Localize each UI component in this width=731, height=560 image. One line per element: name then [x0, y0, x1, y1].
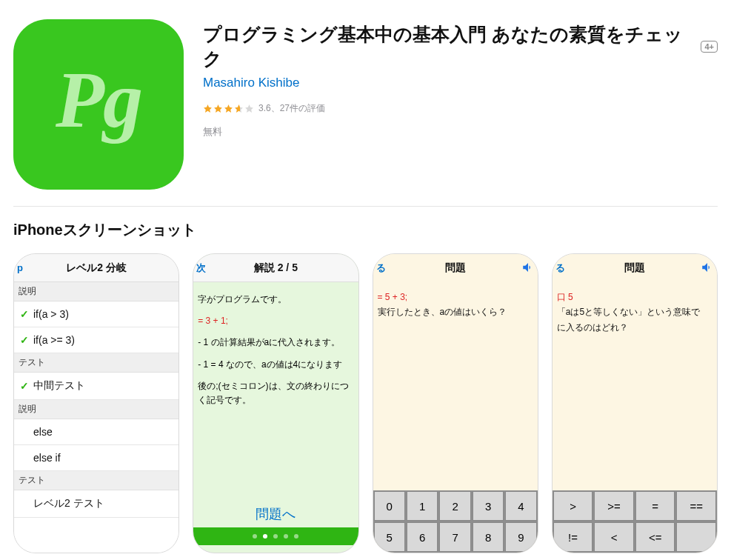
code-line: = 3 + 1; [198, 314, 353, 328]
list-item-label: 中間テスト [33, 379, 85, 393]
navbar: る 問題 [553, 254, 717, 282]
keypad-key[interactable]: 7 [439, 522, 470, 552]
navbar: 次 解説 2 / 5 [193, 254, 358, 282]
list-item-label: レベル2 テスト [33, 497, 104, 510]
list-item[interactable]: レベル2 テスト [14, 490, 178, 518]
list-item[interactable]: else [14, 419, 178, 445]
nav-back[interactable]: る [376, 261, 386, 275]
nav-title: レベル2 分岐 [66, 261, 127, 275]
list-item-label: else [33, 426, 53, 438]
keypad-key[interactable]: 0 [374, 491, 405, 521]
nav-back[interactable]: p [17, 262, 23, 273]
list-item-label: if(a >= 3) [33, 334, 75, 346]
page-dot [263, 534, 267, 539]
star-icon [213, 104, 223, 113]
keypad-key[interactable]: 6 [407, 522, 438, 552]
page-dot [284, 534, 288, 539]
question-text: 「aは5と等しくない」という意味で [557, 304, 712, 319]
page-dot [253, 534, 257, 539]
star-icon [224, 104, 233, 113]
keypad-key[interactable]: < [594, 522, 634, 552]
question-text: に入るのはどれ？ [557, 320, 712, 335]
nav-back[interactable]: る [555, 261, 565, 275]
keypad-key[interactable]: = [635, 491, 675, 521]
keypad-key[interactable]: >= [594, 491, 634, 521]
code-line: = 5 + 3; [378, 290, 533, 304]
screenshot-2[interactable]: 次 解説 2 / 5 字がプログラムです。 = 3 + 1; - 1 の計算結果… [193, 253, 358, 553]
page-dot [273, 534, 278, 539]
nav-title: 問題 [445, 261, 466, 275]
divider [13, 206, 718, 207]
screenshot-4[interactable]: る 問題 口 5 「aは5と等しくない」という意味で に入るのはどれ？ >>==… [552, 253, 718, 553]
keypad-key[interactable]: 9 [505, 522, 536, 552]
rating-text: 3.6、27件の評価 [258, 102, 325, 115]
page-indicator [193, 527, 358, 545]
text-line: - 1 の計算結果がaに代入されます。 [198, 336, 353, 350]
speaker-icon[interactable] [521, 261, 535, 276]
app-meta: プログラミング基本中の基本入門 あなたの素質をチェック 4+ Masahiro … [203, 19, 718, 190]
list-item[interactable]: ✓中間テスト [14, 373, 178, 400]
keypad-key[interactable]: > [553, 491, 593, 521]
screenshot-gallery[interactable]: p レベル2 分岐 説明✓if(a > 3)✓if(a >= 3)テスト✓中間テ… [13, 253, 718, 553]
text-line: - 1 = 4 なので、aの値は4になります [198, 358, 353, 372]
keypad-key[interactable]: != [553, 522, 593, 552]
navbar: p レベル2 分岐 [14, 254, 178, 282]
text-line: 字がプログラムです。 [198, 293, 353, 307]
list-section-header: 説明 [14, 400, 178, 419]
list-section-header: 説明 [14, 282, 178, 301]
operator-keypad: >>====!=<<= [553, 490, 717, 553]
developer-link[interactable]: Masahiro Kishibe [203, 76, 718, 90]
app-title: プログラミング基本中の基本入門 あなたの素質をチェック [203, 22, 693, 71]
list-section-header: テスト [14, 471, 178, 490]
question-text: 実行したとき、aの値はいくら？ [378, 304, 533, 319]
keypad-key[interactable]: 8 [473, 522, 504, 552]
screenshots-heading: iPhoneスクリーンショット [13, 220, 718, 240]
keypad-key[interactable]: <= [635, 522, 675, 552]
age-badge: 4+ [701, 41, 718, 53]
app-header: Pg プログラミング基本中の基本入門 あなたの素質をチェック 4+ Masahi… [13, 9, 718, 203]
page-dot [294, 534, 298, 539]
price-label: 無料 [203, 125, 718, 139]
app-icon: Pg [13, 19, 184, 190]
rating-row: 3.6、27件の評価 [203, 102, 718, 115]
list-item-label: else if [33, 452, 61, 464]
list-section-header: テスト [14, 353, 178, 373]
nav-next[interactable]: 次 [196, 261, 206, 275]
check-icon: ✓ [20, 380, 29, 392]
go-problem-link[interactable]: 問題へ [198, 504, 353, 525]
nav-title: 問題 [624, 261, 645, 275]
nav-title: 解説 2 / 5 [254, 261, 298, 275]
list-item[interactable]: ✓if(a > 3) [14, 301, 178, 327]
keypad-key[interactable]: 5 [374, 522, 405, 552]
speaker-icon[interactable] [701, 261, 714, 276]
keypad-key[interactable]: == [676, 491, 716, 521]
explanation-body: 字がプログラムです。 = 3 + 1; - 1 の計算結果がaに代入されます。 … [193, 282, 358, 553]
app-icon-text: Pg [56, 54, 141, 146]
list-item[interactable]: ✓if(a >= 3) [14, 327, 178, 353]
list-item-label: if(a > 3) [33, 308, 69, 320]
keypad-key[interactable] [676, 522, 716, 552]
star-rating [203, 104, 254, 113]
number-keypad: 0123456789 [373, 490, 538, 553]
text-line: 後の;(セミコロン)は、文の終わりにつく記号です。 [198, 379, 353, 407]
keypad-key[interactable]: 4 [505, 491, 536, 521]
check-icon: ✓ [20, 308, 29, 320]
check-icon: ✓ [20, 334, 29, 346]
star-icon [203, 104, 213, 113]
code-line: 口 5 [557, 290, 712, 304]
lesson-list: 説明✓if(a > 3)✓if(a >= 3)テスト✓中間テスト説明elseel… [14, 282, 178, 553]
star-icon [234, 104, 244, 113]
keypad-key[interactable]: 3 [473, 491, 504, 521]
screenshot-3[interactable]: る 問題 = 5 + 3; 実行したとき、aの値はいくら？ 0123456789 [373, 253, 538, 553]
navbar: る 問題 [373, 254, 538, 282]
list-item[interactable]: else if [14, 445, 178, 471]
keypad-key[interactable]: 1 [407, 491, 438, 521]
keypad-key[interactable]: 2 [439, 491, 470, 521]
screenshot-1[interactable]: p レベル2 分岐 説明✓if(a > 3)✓if(a >= 3)テスト✓中間テ… [13, 253, 179, 553]
star-icon [244, 104, 254, 113]
